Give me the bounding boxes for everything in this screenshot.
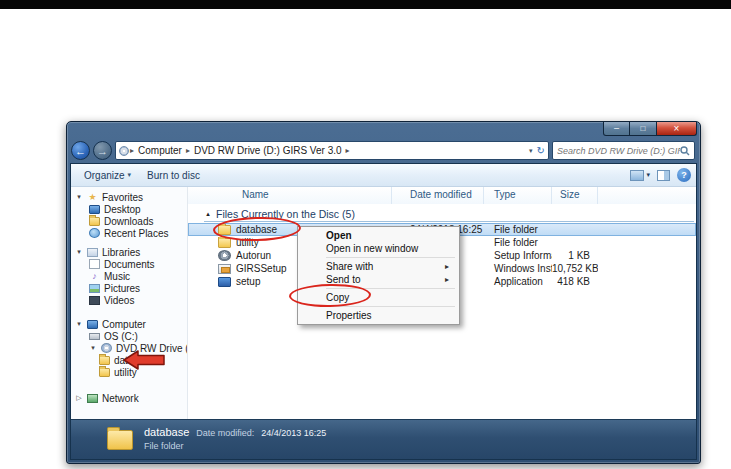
menu-item-properties[interactable]: Properties xyxy=(300,309,457,322)
top-black-bar xyxy=(0,0,731,9)
preview-pane-icon xyxy=(664,171,669,180)
group-expander-icon[interactable]: ▴ xyxy=(204,210,212,218)
burn-label: Burn to disc xyxy=(147,170,200,181)
expander-icon[interactable]: ▾ xyxy=(75,320,83,328)
sidebar-label: Favorites xyxy=(102,192,143,203)
navigation-pane: ▾ ★ Favorites Desktop Downloads Rec xyxy=(71,187,188,419)
expander-icon[interactable]: ▾ xyxy=(75,193,83,201)
address-dropdown-icon[interactable]: ▾ xyxy=(529,147,533,155)
column-header-name[interactable]: Name xyxy=(188,187,392,204)
close-icon: × xyxy=(674,124,680,133)
menu-label: Properties xyxy=(326,310,372,321)
help-icon: ? xyxy=(681,170,687,180)
menu-item-share-with[interactable]: Share with ▸ xyxy=(300,260,457,273)
expander-icon[interactable]: ▾ xyxy=(75,248,83,256)
refresh-icon[interactable]: ↻ xyxy=(537,145,545,156)
sidebar-label: OS (C:) xyxy=(104,331,138,342)
sidebar-item-os-c[interactable]: OS (C:) xyxy=(71,330,187,342)
sidebar-item-documents[interactable]: Documents xyxy=(71,258,187,270)
search-box xyxy=(552,141,695,160)
file-size: 418 KB xyxy=(552,276,598,287)
menu-separator xyxy=(326,257,455,258)
menu-label: Open in new window xyxy=(326,243,418,254)
details-type: File folder xyxy=(144,440,326,453)
expander-icon[interactable]: ▷ xyxy=(75,394,83,402)
file-type: File folder xyxy=(484,224,552,235)
sidebar-item-downloads[interactable]: Downloads xyxy=(71,215,187,227)
column-header-filler xyxy=(598,187,696,204)
sidebar-item-videos[interactable]: Videos xyxy=(71,294,187,306)
column-headers: Name Date modified Type Size xyxy=(188,187,696,204)
documents-icon xyxy=(89,259,100,269)
breadcrumb-item-drive[interactable]: DVD RW Drive (D:) GIRS Ver 3.0 xyxy=(191,145,345,156)
sidebar-label: Documents xyxy=(104,259,155,270)
explorer-window: – □ × ← → ▸ Computer ▸ DVD RW Drive (D:)… xyxy=(66,121,701,464)
help-button[interactable]: ? xyxy=(677,168,691,182)
organize-button[interactable]: Organize ▾ xyxy=(76,168,139,183)
search-icon xyxy=(680,146,690,156)
breadcrumb-separator-icon: ▸ xyxy=(345,146,351,155)
autorun-icon xyxy=(218,250,231,261)
file-name: setup xyxy=(236,276,260,287)
breadcrumb[interactable]: ▸ Computer ▸ DVD RW Drive (D:) GIRS Ver … xyxy=(115,141,549,160)
sidebar-item-pictures[interactable]: Pictures xyxy=(71,282,187,294)
sidebar-item-music[interactable]: ♪ Music xyxy=(71,270,187,282)
organize-label: Organize xyxy=(84,170,125,181)
minimize-button[interactable]: – xyxy=(603,122,630,136)
column-header-date-modified[interactable]: Date modified xyxy=(392,187,484,204)
breadcrumb-item-computer[interactable]: Computer xyxy=(135,145,185,156)
sidebar-item-recent-places[interactable]: Recent Places xyxy=(71,227,187,239)
maximize-button[interactable]: □ xyxy=(630,122,656,136)
back-button[interactable]: ← xyxy=(71,141,90,160)
sidebar-item-libraries[interactable]: ▾ Libraries xyxy=(71,246,187,258)
menu-item-open[interactable]: Open xyxy=(300,229,457,242)
file-type: File folder xyxy=(484,237,552,248)
sidebar-item-favorites[interactable]: ▾ ★ Favorites xyxy=(71,191,187,203)
close-button[interactable]: × xyxy=(656,122,697,136)
context-menu: Open Open in new window Share with ▸ Sen… xyxy=(297,226,460,325)
page-canvas: – □ × ← → ▸ Computer ▸ DVD RW Drive (D:)… xyxy=(0,0,731,469)
forward-button[interactable]: → xyxy=(93,141,112,160)
menu-item-open-in-new-window[interactable]: Open in new window xyxy=(300,242,457,255)
details-pane: database Date modified: 24/4/2013 16:25 … xyxy=(71,419,696,459)
music-icon: ♪ xyxy=(89,271,100,281)
pictures-icon xyxy=(89,284,100,293)
column-header-type[interactable]: Type xyxy=(484,187,552,204)
sidebar-label: Videos xyxy=(104,295,134,306)
computer-icon xyxy=(87,320,98,329)
downloads-icon xyxy=(89,217,100,226)
desktop-icon xyxy=(89,205,100,214)
sidebar-label: Libraries xyxy=(102,247,140,258)
menu-label: Share with xyxy=(326,261,373,272)
column-header-size[interactable]: Size xyxy=(552,187,598,204)
sidebar-item-computer[interactable]: ▾ Computer xyxy=(71,318,187,330)
star-icon: ★ xyxy=(87,192,98,202)
toolbar-right: ▾ ? xyxy=(630,168,691,182)
expander-icon[interactable]: ▾ xyxy=(89,344,97,352)
file-size: 10,752 KB xyxy=(552,263,598,274)
preview-pane-button[interactable] xyxy=(657,170,670,181)
recent-places-icon xyxy=(89,228,100,238)
file-name: Autorun xyxy=(236,250,271,261)
views-button[interactable]: ▾ xyxy=(630,170,650,181)
application-icon xyxy=(218,277,231,287)
submenu-arrow-icon: ▸ xyxy=(445,260,449,273)
forward-icon: → xyxy=(97,145,108,157)
file-type: Application xyxy=(484,276,552,287)
hard-drive-icon xyxy=(89,333,100,340)
search-input[interactable] xyxy=(557,146,680,156)
submenu-arrow-icon: ▸ xyxy=(445,273,449,286)
menu-separator xyxy=(326,306,455,307)
sidebar-label: Computer xyxy=(102,319,146,330)
burn-to-disc-button[interactable]: Burn to disc xyxy=(139,168,208,183)
sidebar-item-desktop[interactable]: Desktop xyxy=(71,203,187,215)
network-icon xyxy=(87,394,98,403)
dvd-drive-icon xyxy=(101,343,112,353)
selected-folder-icon xyxy=(107,430,133,450)
sidebar-label: Music xyxy=(104,271,130,282)
command-toolbar: Organize ▾ Burn to disc ▾ ? xyxy=(71,164,696,187)
menu-label: Open xyxy=(326,230,352,241)
libraries-icon xyxy=(87,248,98,257)
sidebar-item-network[interactable]: ▷ Network xyxy=(71,392,187,404)
folder-icon xyxy=(99,356,110,365)
